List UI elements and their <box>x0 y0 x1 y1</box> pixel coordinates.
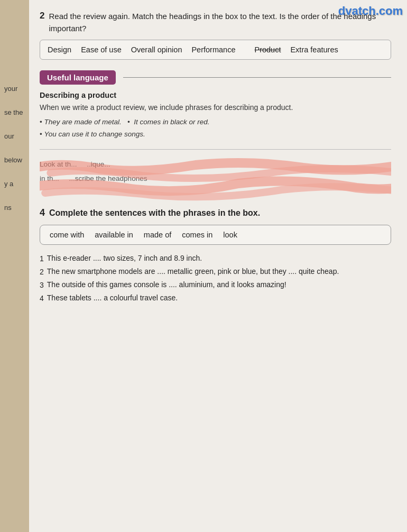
describing-body: When we write a product review, we inclu… <box>40 102 391 113</box>
example-item-2: You can use it to change songs. <box>40 129 391 141</box>
sentence-text-1: This e-reader .... two sizes, 7 inch and… <box>47 252 202 265</box>
left-word-5: y a <box>4 180 23 188</box>
phrases-box: come with available in made of comes in … <box>40 225 391 245</box>
sentence-num-3: 3 <box>40 279 44 292</box>
heading-design: Design <box>48 45 71 54</box>
sentences-list: 1 This e-reader .... two sizes, 7 inch a… <box>40 252 391 306</box>
sentence-num-1: 1 <box>40 252 44 265</box>
left-word-1: your <box>4 85 23 93</box>
section4-header: 4 Complete the sentences with the phrase… <box>40 207 391 219</box>
sentence-text-3: The outside of this games console is ...… <box>47 279 286 291</box>
sentence-num-2: 2 <box>40 265 44 279</box>
phrase-4: comes in <box>182 231 212 239</box>
phrase-2: available in <box>95 231 133 239</box>
sentence-num-4: 4 <box>40 292 44 305</box>
scratch-area: Look at th... ..ique... in th... ...scri… <box>40 157 391 202</box>
left-word-4: below <box>4 156 23 164</box>
left-word-6: ns <box>4 204 23 212</box>
watermark: dvatch.com <box>338 4 403 18</box>
heading-extra-features: Extra features <box>290 45 338 54</box>
scratch-line-1: Look at th... ..ique... <box>40 157 391 171</box>
sentence-3: 3 The outside of this games console is .… <box>40 279 391 292</box>
left-margin-text: your se the our below y a ns <box>4 85 23 212</box>
heading-overall-opinion: Overall opinion <box>131 45 182 54</box>
heading-performance: Performance <box>191 45 235 54</box>
useful-language-section: Useful language Describing a product Whe… <box>40 70 391 141</box>
section-4: 4 Complete the sentences with the phrase… <box>40 207 391 305</box>
section2-number: 2 <box>40 11 44 21</box>
sentence-4: 4 These tablets .... a colourful travel … <box>40 292 391 305</box>
heading-ease-of-use: Ease of use <box>81 45 122 54</box>
section4-number: 4 <box>40 207 45 218</box>
phrase-3: made of <box>144 231 171 239</box>
describing-title: Describing a product <box>40 91 391 99</box>
sentence-2: 2 The new smartphone models are .... met… <box>40 265 391 279</box>
phrase-5: look <box>223 231 237 239</box>
heading-product: Product <box>254 45 281 54</box>
useful-language-line <box>123 77 391 78</box>
main-page: dvatch.com 2 Read the review again. Matc… <box>29 0 407 532</box>
section4-instruction: Complete the sentences with the phrases … <box>49 207 260 219</box>
useful-language-header: Useful language <box>40 70 391 85</box>
example-item-1: They are made of metal. • It comes in bl… <box>40 116 391 129</box>
useful-language-badge: Useful language <box>40 70 116 85</box>
section-divider <box>40 149 391 150</box>
phrase-1: come with <box>50 231 84 239</box>
headings-box: Design Ease of use Overall opinion Perfo… <box>40 40 391 60</box>
left-margin: your se the our below y a ns <box>0 0 29 532</box>
sentence-text-2: The new smartphone models are .... metal… <box>47 265 339 278</box>
scratch-line-2: in th... ...scribe the headphones <box>40 171 391 186</box>
left-word-3: our <box>4 132 23 140</box>
sentence-text-4: These tablets .... a colourful travel ca… <box>47 292 178 305</box>
example-list: They are made of metal. • It comes in bl… <box>40 116 391 141</box>
left-word-2: se the <box>4 108 23 116</box>
sentence-1: 1 This e-reader .... two sizes, 7 inch a… <box>40 252 391 265</box>
